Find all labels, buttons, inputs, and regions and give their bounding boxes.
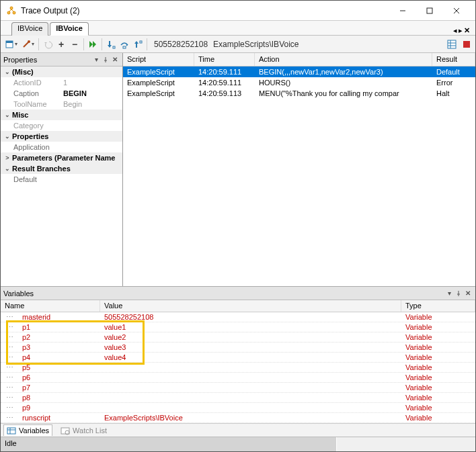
prop-category[interactable]: ⌄Misc [1, 109, 122, 120]
svg-point-9 [28, 40, 30, 43]
variable-row[interactable]: ⋯p3value3Variable [1, 343, 475, 353]
svg-rect-11 [113, 46, 115, 48]
window-title: Trace Output (2) [21, 6, 389, 15]
svg-rect-10 [109, 41, 110, 45]
prop-category[interactable]: ⌄Result Branches [1, 163, 122, 174]
step-over-button[interactable] [118, 38, 130, 51]
prop-category[interactable]: >Parameters (Parameter Name [1, 152, 122, 163]
variables-grid[interactable]: Name Value Type ⋯masterid505528252108Var… [1, 300, 475, 423]
trace-row[interactable]: ExampleScript14:20:59.111HOURS()Error [123, 77, 475, 88]
run-button[interactable] [87, 38, 99, 51]
status-bar: Idle [1, 437, 475, 451]
tab-nav-next-icon[interactable]: ▸ [459, 26, 463, 35]
toolbar-path-name: ExampleScripts\IBVoice [213, 40, 299, 49]
vars-pin-icon[interactable] [454, 289, 463, 298]
variable-row[interactable]: ⋯masterid505528252108Variable [1, 312, 475, 322]
svg-point-1 [7, 11, 10, 14]
svg-point-0 [10, 7, 13, 9]
svg-rect-12 [123, 46, 126, 48]
prop-row[interactable]: CaptionBEGIN [1, 88, 122, 99]
panel-close-icon[interactable]: ✕ [110, 55, 120, 64]
col-action[interactable]: Action [255, 53, 432, 66]
app-icon [6, 5, 17, 16]
remove-button[interactable]: − [69, 38, 81, 51]
svg-point-2 [13, 11, 15, 14]
col-result[interactable]: Result [432, 53, 475, 66]
undo-button[interactable] [42, 38, 54, 51]
vars-close-icon[interactable]: ✕ [463, 289, 473, 298]
col-time[interactable]: Time [194, 53, 255, 66]
svg-rect-20 [7, 428, 15, 434]
grid-view-button[interactable] [446, 38, 458, 51]
variable-row[interactable]: ⋯p1value1Variable [1, 322, 475, 332]
variable-row[interactable]: ⋯p6Variable [1, 373, 475, 383]
toolbar-path-id: 505528252108 [154, 40, 208, 49]
col-script[interactable]: Script [123, 53, 194, 66]
status-text: Idle [1, 437, 337, 451]
step-out-button[interactable] [132, 38, 144, 51]
step-into-button[interactable] [105, 38, 117, 51]
tab-ibvoice-1[interactable]: IBVoice [11, 22, 48, 36]
document-tab-row: IBVoice IBVoice ◂ ▸ ✕ [1, 21, 475, 36]
maximize-button[interactable] [416, 1, 443, 20]
tab-variables-label: Variables [19, 426, 49, 435]
svg-rect-4 [427, 8, 432, 13]
stop-record-button[interactable] [461, 38, 473, 51]
trace-row[interactable]: ExampleScript14:20:59.111BEGIN(,,,newVar… [123, 66, 475, 77]
variable-row[interactable]: ⋯p5Variable [1, 363, 475, 373]
panel-dropdown-icon[interactable]: ▾ [91, 55, 101, 64]
svg-rect-14 [140, 41, 142, 43]
titlebar: Trace Output (2) [1, 1, 475, 21]
variables-header: Variables ▾ ✕ [1, 287, 475, 300]
tools-dropdown[interactable]: ▾ [20, 38, 36, 51]
tab-watchlist[interactable]: Watch List [58, 425, 110, 436]
panel-pin-icon[interactable] [101, 55, 110, 64]
variables-header-row: Name Value Type [1, 300, 475, 312]
tab-close-icon[interactable]: ✕ [464, 26, 470, 35]
add-button[interactable]: + [55, 38, 67, 51]
svg-rect-8 [6, 41, 13, 43]
main-area: Properties ▾ ✕ ⌄(Misc)ActionID1CaptionBE… [1, 53, 475, 287]
svg-rect-13 [136, 44, 137, 48]
trace-body[interactable]: ExampleScript14:20:59.111BEGIN(,,,newVar… [123, 66, 475, 286]
new-dropdown[interactable]: ▾ [3, 38, 19, 51]
prop-row[interactable]: ActionID1 [1, 77, 122, 88]
variable-row[interactable]: ⋯runscriptExampleScripts\IBVoiceVariable [1, 413, 475, 423]
variables-title: Variables [3, 289, 444, 298]
properties-panel: Properties ▾ ✕ ⌄(Misc)ActionID1CaptionBE… [1, 53, 123, 286]
variable-row[interactable]: ⋯p7Variable [1, 383, 475, 393]
trace-row[interactable]: ExampleScript14:20:59.113MENU("%Thank yo… [123, 88, 475, 99]
varcol-name[interactable]: Name [1, 300, 100, 312]
toolbar: ▾ ▾ + − 505528252108 ExampleScripts\IBVo… [1, 36, 475, 53]
variable-row[interactable]: ⋯p4value4Variable [1, 353, 475, 363]
varcol-type[interactable]: Type [401, 300, 475, 312]
tab-nav-prev-icon[interactable]: ◂ [453, 26, 457, 35]
prop-category[interactable]: ⌄Properties [1, 131, 122, 142]
varcol-value[interactable]: Value [100, 300, 401, 312]
properties-grid[interactable]: ⌄(Misc)ActionID1CaptionBEGINToolNameBegi… [1, 66, 122, 286]
prop-row[interactable]: ToolNameBegin [1, 99, 122, 109]
close-button[interactable] [443, 1, 470, 20]
svg-rect-15 [448, 40, 456, 48]
trace-header-row: Script Time Action Result [123, 53, 475, 66]
prop-category[interactable]: ⌄(Misc) [1, 66, 122, 77]
properties-header: Properties ▾ ✕ [1, 53, 122, 66]
variables-panel: Variables ▾ ✕ Name Value Type ⋯masterid5… [1, 287, 475, 423]
tab-ibvoice-2[interactable]: IBVoice [50, 22, 89, 36]
variable-row[interactable]: ⋯p2value2Variable [1, 332, 475, 343]
variable-row[interactable]: ⋯p9Variable [1, 403, 475, 413]
tab-watchlist-label: Watch List [73, 426, 107, 435]
prop-row[interactable]: Application [1, 142, 122, 152]
prop-row[interactable]: Default [1, 174, 122, 185]
minimize-button[interactable] [389, 1, 416, 20]
bottom-tab-row: Variables Watch List [1, 423, 475, 437]
properties-title: Properties [3, 56, 91, 64]
trace-grid: Script Time Action Result ExampleScript1… [123, 53, 475, 286]
vars-dropdown-icon[interactable]: ▾ [444, 289, 454, 298]
variable-row[interactable]: ⋯p8Variable [1, 393, 475, 403]
tab-variables[interactable]: Variables [3, 424, 52, 436]
prop-row[interactable]: Category [1, 120, 122, 131]
svg-rect-19 [463, 41, 470, 48]
